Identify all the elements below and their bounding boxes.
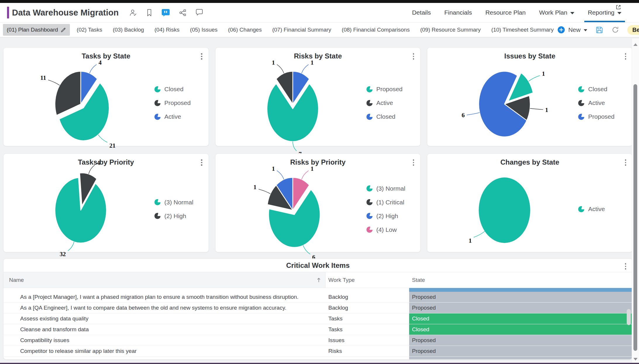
chart-body: 116ClosedActiveProposed — [427, 60, 632, 146]
nav-details[interactable]: Details — [408, 3, 435, 22]
table-scrollbar-thumb[interactable] — [627, 309, 631, 325]
table-row[interactable]: As a [QA Engineer], I want to compare da… — [4, 303, 632, 313]
legend-item-active[interactable]: Active — [366, 99, 403, 106]
legend-item-2-high[interactable]: (2) High — [154, 213, 193, 220]
cell-name: Competitor to release similar app later … — [4, 346, 325, 356]
scrollbar-thumb[interactable] — [633, 84, 637, 351]
nav-financials[interactable]: Financials — [440, 3, 476, 22]
nav-reporting[interactable]: Reporting — [584, 3, 626, 22]
legend-pie-icon — [154, 100, 161, 106]
chart-legend: ClosedProposedActive — [154, 60, 191, 146]
table-horizontal-scrollbar[interactable] — [409, 288, 632, 292]
legend-item-proposed[interactable]: Proposed — [366, 86, 403, 93]
chevron-down-icon — [617, 12, 621, 14]
pie-chart: 116 — [434, 60, 575, 147]
legend-item-closed[interactable]: Closed — [366, 113, 403, 120]
column-header-name[interactable]: Name — [4, 272, 325, 288]
chart-card-tasks-by-state: Tasks by State42111ClosedProposedActive — [3, 47, 209, 146]
page-scrollbar[interactable] — [632, 39, 639, 363]
tab-label: (09) Resource Summary — [420, 27, 481, 33]
assign-user-icon[interactable] — [129, 9, 137, 17]
legend-label: (2) High — [376, 213, 398, 220]
legend-item-4-low[interactable]: (4) Low — [366, 226, 405, 233]
scroll-up-arrow[interactable] — [633, 43, 638, 46]
chart-menu-button[interactable] — [200, 158, 203, 167]
new-button[interactable]: New — [557, 26, 587, 34]
tab-04-risks[interactable]: (04) Risks — [151, 24, 183, 36]
chart-title: Tasks by State — [4, 48, 209, 60]
tab-03-backlog[interactable]: (03) Backlog — [109, 24, 148, 36]
tab-02-tasks[interactable]: (02) Tasks — [73, 24, 106, 36]
chart-menu-button[interactable] — [412, 158, 415, 167]
chart-card-risks-by-state: Risks by State171ProposedActiveClosed — [215, 47, 421, 146]
share-network-icon[interactable] — [179, 9, 187, 17]
comments-badge-icon[interactable] — [161, 8, 170, 17]
label-leader-line — [302, 65, 309, 73]
chevron-down-icon — [570, 12, 574, 14]
legend-item-active[interactable]: Active — [578, 206, 605, 213]
legend-item-closed[interactable]: Closed — [578, 86, 614, 93]
legend-pie-icon — [366, 199, 373, 205]
pie-data-label: 1 — [311, 59, 314, 66]
legend-item-active[interactable]: Active — [578, 99, 614, 106]
kebab-dot — [413, 162, 414, 163]
chart-card-risks-by-priority: Risks by Priority1611(3) Normal(1) Criti… — [215, 153, 421, 252]
table-row[interactable]: Compatibility issuesIssuesProposed — [4, 335, 632, 346]
chart-menu-button[interactable] — [624, 158, 627, 167]
tab-08-financial-comparisons[interactable]: (08) Financial Comparisons — [338, 24, 414, 36]
pie-slice-proposed[interactable] — [55, 71, 81, 115]
legend-label: Proposed — [588, 113, 614, 120]
pie-slice-active[interactable] — [479, 177, 530, 243]
nav-resource-plan[interactable]: Resource Plan — [481, 3, 530, 22]
pie-chart: 1611 — [223, 166, 363, 253]
table-row[interactable]: As a [Project Manager], I want a phased … — [4, 292, 632, 303]
chart-menu-button[interactable] — [412, 52, 415, 61]
chart-body: 432(3) Normal(2) High — [4, 166, 209, 252]
save-button[interactable] — [595, 26, 603, 34]
tab-06-changes[interactable]: (06) Changes — [224, 24, 266, 36]
tab-05-issues[interactable]: (05) Issues — [186, 24, 221, 36]
dashboard-content: Tasks by State42111ClosedProposedActiveR… — [0, 37, 639, 360]
kebab-dot — [413, 159, 414, 161]
chart-legend: Active — [578, 166, 605, 252]
legend-item-1-critical[interactable]: (1) Critical — [366, 199, 405, 206]
tab-01-plan-dashboard[interactable]: (01) Plan Dashboard — [3, 24, 70, 36]
tab-09-resource-summary[interactable]: (09) Resource Summary — [416, 24, 485, 36]
comment-bubble-icon[interactable] — [195, 9, 203, 16]
tab-10-timesheet-summary[interactable]: (10) Timesheet Summary — [488, 24, 557, 36]
table-row[interactable]: Cleanse and transform dataTasksClosed — [4, 324, 632, 335]
table-row[interactable]: Assess existing data qualityTasksClosed — [4, 313, 632, 324]
title-accent-bar — [7, 7, 9, 18]
legend-item-proposed[interactable]: Proposed — [154, 99, 191, 106]
legend-item-3-normal[interactable]: (3) Normal — [154, 199, 193, 206]
app-header: Data Warehouse Migration — [0, 3, 639, 22]
table-menu-button[interactable] — [624, 262, 627, 270]
cell-work-type: Backlog — [325, 303, 409, 313]
nav-work-plan[interactable]: Work Plan — [535, 3, 578, 22]
column-header-work-type[interactable]: Work Type — [325, 272, 409, 288]
cell-name: As a [QA Engineer], I want to compare da… — [4, 303, 325, 313]
table-row[interactable]: Proposed — [4, 357, 632, 360]
chart-menu-button[interactable] — [200, 52, 203, 61]
tab-07-financial-summary[interactable]: (07) Financial Summary — [268, 24, 335, 36]
chart-menu-button[interactable] — [624, 52, 627, 61]
label-leader-line — [302, 171, 309, 180]
chart-legend: ProposedActiveClosed — [366, 60, 403, 146]
legend-item-2-high[interactable]: (2) High — [366, 213, 405, 220]
legend-item-3-normal[interactable]: (3) Normal — [366, 185, 405, 192]
legend-item-closed[interactable]: Closed — [154, 86, 191, 93]
bookmark-icon[interactable] — [146, 9, 153, 17]
pie-data-label: 1 — [469, 237, 472, 244]
table-row[interactable]: Competitor to release similar app later … — [4, 346, 632, 357]
legend-item-proposed[interactable]: Proposed — [578, 113, 614, 120]
scroll-down-arrow[interactable] — [633, 358, 638, 360]
nav-label: Reporting — [588, 9, 614, 16]
legend-item-active[interactable]: Active — [154, 113, 191, 120]
legend-label: Proposed — [376, 86, 403, 93]
legend-pie-icon — [366, 185, 373, 192]
legend-label: Proposed — [164, 99, 191, 106]
column-header-state[interactable]: State — [409, 272, 632, 288]
tab-label: (04) Risks — [154, 27, 180, 33]
chart-legend: (3) Normal(2) High — [154, 166, 193, 252]
refresh-button[interactable] — [612, 26, 619, 34]
